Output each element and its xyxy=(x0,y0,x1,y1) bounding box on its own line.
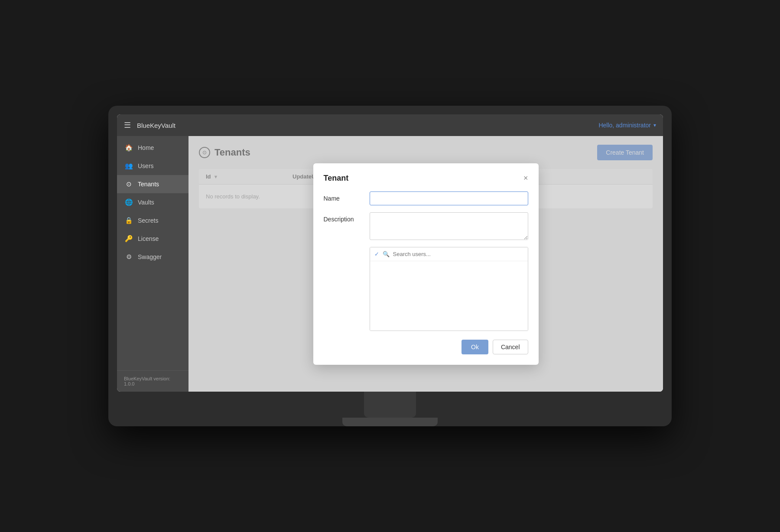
check-icon: ✓ xyxy=(374,251,379,257)
users-panel: ✓ 🔍 xyxy=(370,247,528,331)
users-spacer xyxy=(324,247,363,250)
dialog-overlay: Tenant × Name Description xyxy=(188,136,663,392)
sidebar-item-secrets[interactable]: 🔒 Secrets xyxy=(117,211,188,230)
screen: ☰ BlueKeyVault Hello, administrator ▾ 🏠 … xyxy=(117,114,663,392)
sidebar: 🏠 Home 👥 Users ⊙ Tenants 🌐 Vaults 🔒 xyxy=(117,136,188,392)
navbar-left: ☰ BlueKeyVault xyxy=(124,120,176,130)
user-menu[interactable]: Hello, administrator ▾ xyxy=(598,122,656,129)
license-icon: 🔑 xyxy=(125,235,133,243)
dialog-header: Tenant × xyxy=(324,174,528,183)
sidebar-label-tenants: Tenants xyxy=(138,181,159,188)
monitor-base xyxy=(342,418,438,426)
monitor: ☰ BlueKeyVault Hello, administrator ▾ 🏠 … xyxy=(108,106,672,426)
name-field-row: Name xyxy=(324,191,528,205)
content-area: ⊙ Tenants Create Tenant Id ▼ UpdateUser xyxy=(188,136,663,392)
sidebar-item-license[interactable]: 🔑 License xyxy=(117,230,188,248)
description-label: Description xyxy=(324,212,363,223)
users-list-body xyxy=(370,261,528,331)
monitor-stand xyxy=(364,392,416,418)
sidebar-item-tenants[interactable]: ⊙ Tenants xyxy=(117,175,188,193)
navbar: ☰ BlueKeyVault Hello, administrator ▾ xyxy=(117,114,663,136)
app-name: BlueKeyVault xyxy=(137,122,176,129)
sidebar-label-vaults: Vaults xyxy=(138,199,154,206)
name-label: Name xyxy=(324,191,363,202)
sidebar-label-users: Users xyxy=(138,162,154,169)
dialog-footer: Ok Cancel xyxy=(324,340,528,354)
user-greeting: Hello, administrator xyxy=(598,122,651,129)
version-label: BlueKeyVault version: 1.0.0 xyxy=(117,370,188,392)
sidebar-label-swagger: Swagger xyxy=(138,253,162,260)
sidebar-item-users[interactable]: 👥 Users xyxy=(117,157,188,175)
home-icon: 🏠 xyxy=(125,144,133,152)
ok-button[interactable]: Ok xyxy=(462,340,488,354)
tenants-icon: ⊙ xyxy=(125,180,133,188)
tenant-dialog: Tenant × Name Description xyxy=(313,163,539,365)
users-icon: 👥 xyxy=(125,162,133,170)
cancel-button[interactable]: Cancel xyxy=(493,340,528,354)
dialog-title: Tenant xyxy=(324,174,349,183)
sidebar-label-secrets: Secrets xyxy=(138,217,158,224)
search-users-input[interactable] xyxy=(393,251,523,257)
vaults-icon: 🌐 xyxy=(125,198,133,206)
main-layout: 🏠 Home 👥 Users ⊙ Tenants 🌐 Vaults 🔒 xyxy=(117,136,663,392)
sidebar-item-swagger[interactable]: ⚙ Swagger xyxy=(117,248,188,266)
description-textarea[interactable] xyxy=(370,212,528,240)
sidebar-item-home[interactable]: 🏠 Home xyxy=(117,139,188,157)
name-input[interactable] xyxy=(370,191,528,205)
sidebar-label-home: Home xyxy=(138,144,154,151)
search-icon: 🔍 xyxy=(383,251,390,257)
chevron-down-icon: ▾ xyxy=(653,122,656,128)
sidebar-item-vaults[interactable]: 🌐 Vaults xyxy=(117,193,188,211)
description-field-row: Description xyxy=(324,212,528,240)
dialog-close-button[interactable]: × xyxy=(523,174,528,182)
users-panel-row: ✓ 🔍 xyxy=(324,247,528,331)
users-panel-header: ✓ 🔍 xyxy=(370,247,528,261)
hamburger-icon[interactable]: ☰ xyxy=(124,120,131,130)
secrets-icon: 🔒 xyxy=(125,217,133,224)
sidebar-label-license: License xyxy=(138,235,159,242)
swagger-icon: ⚙ xyxy=(125,253,133,261)
